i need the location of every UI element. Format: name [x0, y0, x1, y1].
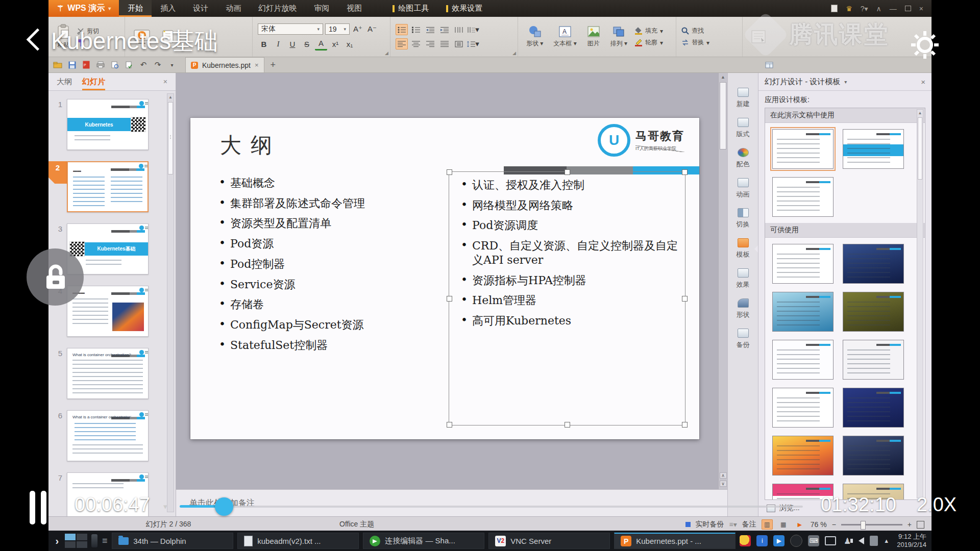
template-thumb[interactable] — [772, 388, 834, 428]
template-thumb[interactable] — [843, 436, 904, 475]
increase-font-button[interactable]: A⁺ — [352, 23, 364, 35]
close-panel-icon[interactable]: × — [163, 78, 167, 86]
side-animation[interactable]: 动画 — [728, 173, 758, 204]
slide-right-bullets[interactable]: 认证、授权及准入控制 网络模型及网络策略 Pod资源调度 CRD、自定义资源、自… — [460, 178, 678, 334]
template-thumb[interactable] — [772, 340, 834, 380]
align-right-button[interactable] — [424, 38, 436, 49]
resize-handle[interactable] — [447, 422, 452, 428]
help-button[interactable]: ?▾ — [861, 5, 868, 13]
scroll-up-icon[interactable]: ▲ — [167, 94, 174, 101]
taskbar-app-icon[interactable] — [91, 534, 98, 547]
volume-icon[interactable] — [859, 537, 864, 544]
app-menu-icon[interactable]: › — [54, 535, 61, 547]
spellcheck-icon[interactable] — [123, 59, 135, 70]
columns-button[interactable] — [453, 24, 465, 35]
align-left-button[interactable] — [396, 38, 408, 49]
tab-home[interactable]: 开始 — [119, 0, 152, 17]
template-thumb[interactable] — [772, 292, 834, 332]
replace-button[interactable]: 替换 ▾ — [681, 38, 709, 47]
side-colorscheme[interactable]: 配色 — [728, 143, 758, 173]
find-button[interactable]: 查找 — [681, 27, 709, 35]
document-tab[interactable]: P Kubernetes.ppt × — [185, 57, 264, 72]
playback-speed[interactable]: 2.0X — [917, 494, 957, 516]
side-effects[interactable]: 效果 — [728, 264, 758, 294]
fit-slide-button[interactable] — [917, 521, 924, 529]
tray-expand-icon[interactable]: ▲ — [884, 538, 889, 544]
template-thumb[interactable] — [843, 340, 904, 380]
tab-slideshow[interactable]: 幻灯片放映 — [250, 0, 305, 17]
document-icon[interactable] — [831, 5, 838, 12]
side-transition[interactable]: 切换 — [728, 204, 758, 234]
font-dialog-launcher[interactable]: ◢ — [385, 51, 388, 56]
template-thumb[interactable] — [843, 244, 904, 284]
player-back-button[interactable] — [27, 29, 49, 51]
arrange-button[interactable]: 排列 ▾ — [607, 24, 630, 49]
progress-track[interactable] — [224, 506, 803, 508]
keyboard-icon[interactable]: ⌨ — [808, 535, 819, 546]
scrollbar-thumb[interactable] — [168, 102, 173, 174]
slide-title[interactable]: 大纲 — [220, 131, 281, 160]
side-layout[interactable]: 版式 — [728, 113, 758, 143]
resize-handle[interactable] — [447, 169, 452, 175]
task-dolphin[interactable]: 34th — Dolphin — [112, 533, 233, 549]
zoom-in-button[interactable]: + — [908, 520, 912, 529]
tab-slides[interactable]: 幻灯片 — [82, 73, 105, 90]
bullet-list-button[interactable] — [396, 24, 408, 35]
clipboard-tray-icon[interactable] — [870, 536, 878, 546]
tab-view[interactable]: 视图 — [338, 0, 371, 17]
pane-scrollbar[interactable]: ▲ — [917, 109, 923, 498]
layout-switch-icon[interactable] — [763, 59, 775, 70]
resize-handle[interactable] — [447, 296, 452, 302]
template-thumb-in-use[interactable] — [843, 129, 904, 169]
slide-editor[interactable]: 大纲 U 马哥教育 IT人的高薪职业学院 基础概念 集群部署及陈述式命令管理 资… — [190, 118, 699, 439]
side-template[interactable]: 模板 — [728, 234, 758, 264]
export-pdf-icon[interactable]: P — [80, 59, 92, 70]
tab-animation[interactable]: 动画 — [217, 0, 250, 17]
minimize-button[interactable]: — — [890, 5, 897, 13]
underline-button[interactable]: U — [286, 38, 299, 49]
normal-view-button[interactable]: ▥ — [762, 519, 773, 530]
notes-area[interactable]: 单击此处添加备注 — [176, 489, 727, 516]
subscript-button[interactable]: x₁ — [344, 38, 356, 49]
decrease-font-button[interactable]: A⁻ — [366, 23, 378, 35]
increase-indent-button[interactable] — [438, 24, 451, 35]
resize-handle[interactable] — [565, 422, 570, 428]
open-folder-icon[interactable] — [52, 59, 64, 70]
resize-handle[interactable] — [682, 422, 688, 428]
scrollbar-thumb[interactable] — [918, 117, 922, 180]
software-store-icon[interactable]: ▶ — [773, 535, 785, 546]
scroll-up-icon[interactable]: ▲ — [719, 73, 727, 81]
template-thumb-in-use[interactable] — [772, 177, 834, 217]
align-center-button[interactable] — [410, 38, 422, 49]
time-dropdown-icon[interactable]: ▾ — [163, 502, 167, 511]
print-icon[interactable] — [94, 59, 107, 70]
thumbnail-scrollbar[interactable]: ▲ — [167, 93, 174, 512]
resize-handle[interactable] — [682, 169, 688, 175]
justify-button[interactable] — [438, 38, 451, 49]
collapse-ribbon-icon[interactable]: ∧ — [876, 5, 881, 13]
tab-outline[interactable]: 大纲 — [57, 73, 72, 90]
distribute-button[interactable] — [453, 38, 465, 49]
play-view-button[interactable]: ▶ — [794, 519, 805, 530]
outline-button[interactable]: 轮廓 ▾ — [634, 38, 663, 47]
undo-icon[interactable]: ↶ — [137, 59, 150, 70]
side-backup[interactable]: 备份 — [728, 324, 758, 354]
text-direction-button[interactable]: ▾ — [467, 24, 479, 35]
redo-dropdown-icon[interactable]: ▾ — [166, 59, 178, 70]
slide-thumbnail-5[interactable]: 5 What is container orchestration? — [48, 348, 164, 399]
font-size-select[interactable]: 19▾ — [325, 23, 350, 35]
notes-toggle[interactable]: 备注 — [742, 520, 756, 529]
slide-left-bullets[interactable]: 基础概念 集群部署及陈述式命令管理 资源类型及配置清单 Pod资源 Pod控制器… — [218, 176, 443, 358]
template-thumb[interactable] — [772, 436, 834, 475]
wps-app-button[interactable]: ⚚ WPS 演示 ▾ — [48, 0, 119, 17]
superscript-button[interactable]: x¹ — [329, 38, 341, 49]
slide-thumbnail-1[interactable]: 1 Kubernetes — [48, 99, 164, 150]
member-crown-icon[interactable]: ♛ — [846, 5, 852, 13]
textbox-button[interactable]: A 文本框 ▾ — [550, 24, 579, 49]
close-button[interactable]: × — [919, 5, 923, 13]
tab-review[interactable]: 审阅 — [305, 0, 338, 17]
redo-icon[interactable]: ↷ — [152, 59, 164, 70]
strikethrough-button[interactable]: S — [301, 38, 313, 49]
next-slide-button[interactable]: ∨ — [720, 481, 727, 487]
paragraph-dialog-launcher[interactable]: ◢ — [512, 51, 516, 56]
